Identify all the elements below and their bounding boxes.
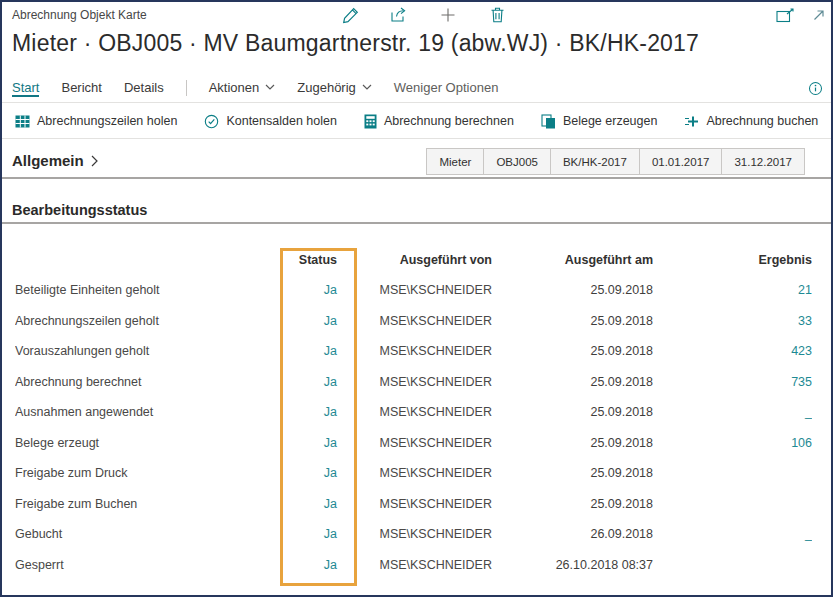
action-kontensalden-holen[interactable]: Kontensalden holen: [204, 114, 337, 129]
action-abrechnungszeilen-holen[interactable]: Abrechnungszeilen holen: [15, 114, 177, 128]
executed-by: MSE\KSCHNEIDER: [355, 466, 492, 480]
menu-weniger-optionen[interactable]: Weniger Optionen: [394, 80, 499, 97]
chevron-down-icon: [265, 84, 275, 90]
edit-icon[interactable]: [340, 5, 360, 25]
executed-by: MSE\KSCHNEIDER: [355, 344, 492, 358]
executed-at: 25.09.2018: [492, 375, 653, 389]
status-value[interactable]: Ja: [280, 283, 355, 297]
menu-bar: Start Bericht Details Aktionen Zugehörig…: [2, 74, 831, 103]
executed-by: MSE\KSCHNEIDER: [355, 405, 492, 419]
chevron-down-icon: [362, 84, 372, 90]
tag-objekt[interactable]: OBJ005: [484, 149, 551, 174]
status-value[interactable]: Ja: [280, 405, 355, 419]
executed-by: MSE\KSCHNEIDER: [355, 436, 492, 450]
table-icon: [15, 115, 30, 128]
status-value[interactable]: Ja: [280, 314, 355, 328]
action-belege-erzeugen[interactable]: Belege erzeugen: [541, 114, 658, 129]
status-value[interactable]: Ja: [280, 375, 355, 389]
table-row: Abrechnungszeilen geholt Ja MSE\KSCHNEID…: [15, 306, 812, 337]
window-controls: [775, 5, 829, 25]
delete-icon[interactable]: [487, 5, 507, 25]
result-value[interactable]: 21: [653, 283, 812, 297]
executed-by: MSE\KSCHNEIDER: [355, 283, 492, 297]
status-value[interactable]: Ja: [280, 466, 355, 480]
table-row: Abrechnung berechnet Ja MSE\KSCHNEIDER 2…: [15, 367, 812, 398]
result-value[interactable]: 735: [653, 375, 812, 389]
task-label: Beteiligte Einheiten geholt: [15, 283, 280, 297]
col-ergebnis: Ergebnis: [653, 253, 812, 267]
col-ausgefuehrt-von: Ausgeführt von: [355, 253, 492, 267]
status-value[interactable]: Ja: [280, 436, 355, 450]
tag-startdatum[interactable]: 01.01.2017: [640, 149, 723, 174]
tag-abrechnung[interactable]: BK/HK-2017: [551, 149, 640, 174]
tag-enddatum[interactable]: 31.12.2017: [722, 149, 804, 174]
executed-at: 25.09.2018: [492, 466, 653, 480]
task-label: Freigabe zum Buchen: [15, 497, 280, 511]
result-value[interactable]: _: [653, 405, 812, 419]
allgemein-section-header: Allgemein Mieter OBJ005 BK/HK-2017 01.01…: [2, 145, 831, 179]
status-value[interactable]: Ja: [280, 558, 355, 572]
chevron-right-icon: [91, 155, 98, 167]
refresh-icon: [204, 114, 219, 129]
result-value[interactable]: _: [653, 527, 812, 541]
col-ausgefuehrt-am: Ausgeführt am: [492, 253, 653, 267]
abrechnung-objekt-karte-page: Abrechnung Objekt Karte Mieter · OBJ005 …: [0, 0, 833, 597]
executed-by: MSE\KSCHNEIDER: [355, 375, 492, 389]
status-table: Status Ausgeführt von Ausgeführt am Erge…: [15, 245, 812, 580]
task-label: Abrechnung berechnet: [15, 375, 280, 389]
share-icon[interactable]: [389, 5, 409, 25]
allgemein-heading[interactable]: Allgemein: [12, 152, 98, 169]
table-header-row: Status Ausgeführt von Ausgeführt am Erge…: [15, 245, 812, 275]
action-abrechnung-berechnen[interactable]: Abrechnung berechnen: [364, 114, 514, 129]
status-value[interactable]: Ja: [280, 497, 355, 511]
task-label: Vorauszahlungen geholt: [15, 344, 280, 358]
task-label: Gebucht: [15, 527, 280, 541]
executed-by: MSE\KSCHNEIDER: [355, 314, 492, 328]
col-status: Status: [280, 253, 355, 267]
executed-by: MSE\KSCHNEIDER: [355, 497, 492, 511]
tag-mieter[interactable]: Mieter: [427, 149, 484, 174]
action-abrechnung-buchen[interactable]: Abrechnung buchen: [684, 114, 818, 128]
table-row: Vorauszahlungen geholt Ja MSE\KSCHNEIDER…: [15, 336, 812, 367]
info-icon[interactable]: [805, 78, 825, 98]
task-label: Ausnahmen angewendet: [15, 405, 280, 419]
result-value[interactable]: 423: [653, 344, 812, 358]
caption-toolbar: [340, 5, 507, 25]
result-value[interactable]: 33: [653, 314, 812, 328]
add-icon[interactable]: [438, 5, 458, 25]
table-row: Freigabe zum Buchen Ja MSE\KSCHNEIDER 25…: [15, 489, 812, 520]
executed-at: 25.09.2018: [492, 497, 653, 511]
executed-at: 25.09.2018: [492, 344, 653, 358]
executed-at: 25.09.2018: [492, 405, 653, 419]
table-row: Belege erzeugt Ja MSE\KSCHNEIDER 25.09.2…: [15, 428, 812, 459]
post-icon: [684, 115, 699, 128]
calculator-icon: [364, 114, 377, 129]
tab-details[interactable]: Details: [124, 80, 164, 97]
executed-by: MSE\KSCHNEIDER: [355, 558, 492, 572]
status-value[interactable]: Ja: [280, 527, 355, 541]
tab-start[interactable]: Start: [12, 80, 39, 97]
external-arrow-icon[interactable]: [809, 5, 829, 25]
bearbeitungsstatus-section-header: Bearbeitungsstatus: [2, 201, 831, 224]
bearbeitungsstatus-heading: Bearbeitungsstatus: [12, 202, 147, 218]
executed-at: 26.10.2018 08:37: [492, 558, 653, 572]
executed-at: 25.09.2018: [492, 314, 653, 328]
executed-by: MSE\KSCHNEIDER: [355, 527, 492, 541]
task-label: Freigabe zum Druck: [15, 466, 280, 480]
tab-bericht[interactable]: Bericht: [61, 80, 101, 97]
status-value[interactable]: Ja: [280, 344, 355, 358]
popout-icon[interactable]: [775, 5, 795, 25]
page-title: Mieter · OBJ005 · MV Baumgartnerstr. 19 …: [12, 30, 699, 57]
task-label: Abrechnungszeilen geholt: [15, 314, 280, 328]
header-summary-tags: Mieter OBJ005 BK/HK-2017 01.01.2017 31.1…: [426, 148, 805, 175]
executed-at: 26.09.2018: [492, 527, 653, 541]
menu-divider: [186, 80, 187, 96]
executed-at: 25.09.2018: [492, 436, 653, 450]
result-value[interactable]: 106: [653, 436, 812, 450]
executed-at: 25.09.2018: [492, 283, 653, 297]
task-label: Belege erzeugt: [15, 436, 280, 450]
table-row: Freigabe zum Druck Ja MSE\KSCHNEIDER 25.…: [15, 458, 812, 489]
table-row: Beteiligte Einheiten geholt Ja MSE\KSCHN…: [15, 275, 812, 306]
menu-aktionen[interactable]: Aktionen: [209, 80, 276, 97]
menu-zugehoerig[interactable]: Zugehörig: [297, 80, 372, 97]
